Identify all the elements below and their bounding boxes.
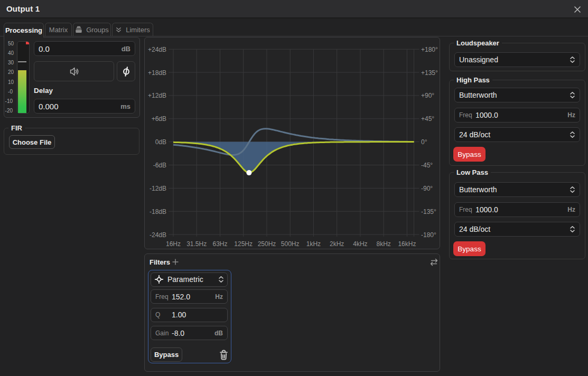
svg-text:-12dB: -12dB	[150, 185, 166, 192]
svg-text:125Hz: 125Hz	[234, 240, 253, 248]
svg-text:+12dB: +12dB	[148, 92, 166, 99]
svg-text:63Hz: 63Hz	[212, 240, 227, 248]
svg-text:-45°: -45°	[421, 162, 433, 169]
svg-text:+18dB: +18dB	[148, 69, 166, 77]
svg-text:-24dB: -24dB	[150, 231, 166, 239]
svg-text:-180°: -180°	[421, 231, 436, 239]
svg-text:+90°: +90°	[421, 92, 434, 99]
svg-text:+45°: +45°	[421, 115, 434, 123]
svg-text:8kHz: 8kHz	[377, 240, 391, 248]
svg-text:-90°: -90°	[421, 185, 433, 192]
svg-text:500Hz: 500Hz	[281, 240, 300, 248]
svg-text:+180°: +180°	[421, 46, 438, 53]
svg-text:4kHz: 4kHz	[353, 240, 367, 248]
svg-text:16Hz: 16Hz	[166, 240, 181, 248]
svg-text:+24dB: +24dB	[148, 46, 166, 53]
svg-text:+6dB: +6dB	[152, 115, 166, 123]
svg-text:-18dB: -18dB	[150, 208, 166, 215]
svg-text:16kHz: 16kHz	[398, 240, 416, 248]
svg-text:2kHz: 2kHz	[330, 240, 344, 248]
svg-text:-6dB: -6dB	[153, 162, 166, 169]
svg-text:250Hz: 250Hz	[258, 240, 276, 248]
svg-text:+135°: +135°	[421, 69, 438, 77]
svg-text:1kHz: 1kHz	[306, 240, 321, 248]
svg-text:31.5Hz: 31.5Hz	[186, 240, 207, 248]
svg-text:0dB: 0dB	[155, 138, 166, 146]
svg-text:0°: 0°	[421, 138, 427, 146]
svg-text:-135°: -135°	[421, 208, 436, 215]
